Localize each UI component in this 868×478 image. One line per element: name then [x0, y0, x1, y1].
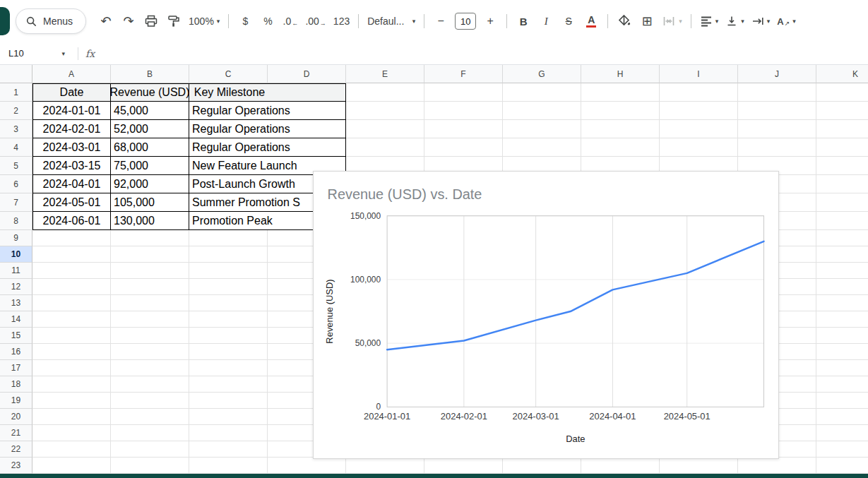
cell-K5[interactable] [816, 157, 868, 175]
cell-C21[interactable] [189, 425, 268, 441]
cell-A20[interactable] [32, 409, 111, 425]
cell-K23[interactable] [816, 458, 868, 474]
chart-panel[interactable]: 050,000100,000150,0002024-01-012024-02-0… [313, 171, 779, 459]
cell-I23[interactable] [660, 458, 738, 474]
row-header-10[interactable]: 10 [0, 246, 32, 263]
row-header-13[interactable]: 13 [0, 295, 32, 311]
cell-B12[interactable] [111, 279, 189, 295]
row-header-4[interactable]: 4 [0, 138, 32, 157]
row-header-21[interactable]: 21 [0, 425, 32, 441]
format-percent-button[interactable]: % [257, 11, 278, 32]
cell-K2[interactable] [816, 102, 868, 120]
cell-K11[interactable] [816, 263, 868, 279]
print-button[interactable] [141, 11, 162, 32]
cell-B16[interactable] [111, 344, 189, 360]
cell-B1[interactable]: Revenue (USD) [111, 83, 189, 102]
cell-J2[interactable] [738, 102, 816, 120]
italic-button[interactable]: I [535, 11, 557, 32]
cell-I4[interactable] [660, 138, 738, 157]
cell-B5[interactable]: 75,000 [111, 157, 189, 175]
cell-F4[interactable] [424, 138, 503, 157]
cell-G23[interactable] [503, 458, 581, 474]
cell-B6[interactable]: 92,000 [111, 175, 189, 193]
cell-C9[interactable] [189, 230, 268, 246]
cell-G1[interactable] [503, 83, 581, 102]
cell-C18[interactable] [189, 376, 268, 393]
cell-J23[interactable] [738, 458, 816, 474]
cell-J3[interactable] [738, 120, 816, 138]
cell-A13[interactable] [32, 295, 111, 311]
cell-C20[interactable] [189, 409, 268, 425]
bold-button[interactable]: B [513, 11, 534, 32]
cell-K15[interactable] [816, 328, 868, 344]
row-header-17[interactable]: 17 [0, 360, 32, 376]
undo-button[interactable]: ↶ [95, 11, 117, 32]
col-header-A[interactable]: A [32, 65, 111, 83]
cell-G3[interactable] [503, 120, 581, 138]
cell-C3[interactable]: Regular Operations [189, 120, 346, 138]
cell-B10[interactable] [111, 246, 189, 263]
cell-B21[interactable] [111, 425, 189, 441]
increase-decimal-button[interactable]: .00→ [302, 11, 328, 32]
cell-A11[interactable] [32, 263, 111, 279]
cell-B2[interactable]: 45,000 [111, 102, 189, 120]
cell-H2[interactable] [581, 102, 660, 120]
cell-A15[interactable] [32, 328, 111, 344]
cell-I3[interactable] [660, 120, 738, 138]
cell-F2[interactable] [424, 102, 503, 120]
paint-format-button[interactable] [163, 11, 184, 32]
row-header-7[interactable]: 7 [0, 193, 32, 212]
cell-K16[interactable] [816, 344, 868, 360]
decrease-font-size-button[interactable]: − [430, 11, 451, 32]
col-header-G[interactable]: G [503, 65, 581, 83]
row-header-14[interactable]: 14 [0, 311, 32, 328]
cell-A4[interactable]: 2024-03-01 [32, 138, 111, 157]
col-header-K[interactable]: K [816, 65, 868, 83]
cell-K19[interactable] [816, 393, 868, 409]
cell-A9[interactable] [32, 230, 111, 246]
cell-K3[interactable] [816, 120, 868, 138]
cell-K21[interactable] [816, 425, 868, 441]
row-header-18[interactable]: 18 [0, 376, 32, 393]
cell-K13[interactable] [816, 295, 868, 311]
cell-H23[interactable] [581, 458, 660, 474]
cell-B15[interactable] [111, 328, 189, 344]
more-formats-button[interactable]: 123 [331, 11, 352, 32]
cell-K8[interactable] [816, 212, 868, 230]
cell-A6[interactable]: 2024-04-01 [32, 175, 111, 193]
cell-A12[interactable] [32, 279, 111, 295]
cell-K12[interactable] [816, 279, 868, 295]
font-size-input[interactable]: 10 [455, 13, 476, 30]
cell-C10[interactable] [189, 246, 268, 263]
cell-C4[interactable]: Regular Operations [189, 138, 346, 157]
cell-A17[interactable] [32, 360, 111, 376]
cell-A18[interactable] [32, 376, 111, 393]
text-wrap-button[interactable]: ▾ [749, 11, 773, 32]
cell-A22[interactable] [32, 441, 111, 458]
cell-B3[interactable]: 52,000 [111, 120, 189, 138]
row-header-11[interactable]: 11 [0, 263, 32, 279]
cell-K20[interactable] [816, 409, 868, 425]
cell-H1[interactable] [581, 83, 660, 102]
cell-B19[interactable] [111, 393, 189, 409]
cell-E1[interactable] [346, 83, 424, 102]
cell-B14[interactable] [111, 311, 189, 328]
cell-A3[interactable]: 2024-02-01 [32, 120, 111, 138]
cell-F1[interactable] [424, 83, 503, 102]
cell-A1[interactable]: Date [32, 83, 111, 102]
cell-E23[interactable] [346, 458, 424, 474]
cell-K4[interactable] [816, 138, 868, 157]
cell-H3[interactable] [581, 120, 660, 138]
cell-D23[interactable] [268, 458, 346, 474]
col-header-E[interactable]: E [346, 65, 424, 83]
cell-H4[interactable] [581, 138, 660, 157]
cell-B13[interactable] [111, 295, 189, 311]
cell-B9[interactable] [111, 230, 189, 246]
cell-G2[interactable] [503, 102, 581, 120]
cell-E2[interactable] [346, 102, 424, 120]
cell-A5[interactable]: 2024-03-15 [32, 157, 111, 175]
row-header-2[interactable]: 2 [0, 102, 32, 120]
cell-K22[interactable] [816, 441, 868, 458]
row-header-8[interactable]: 8 [0, 212, 32, 230]
col-header-F[interactable]: F [424, 65, 503, 83]
